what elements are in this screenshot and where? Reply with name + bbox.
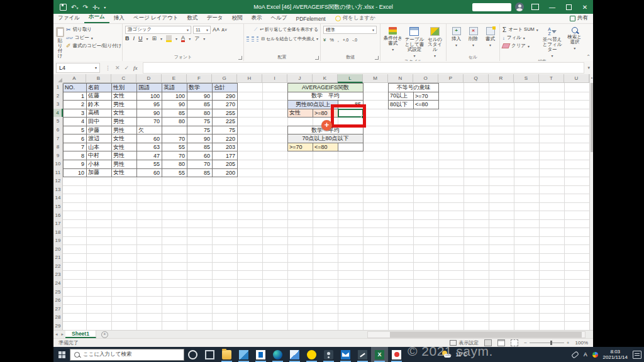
cell-A2[interactable]: 1 bbox=[63, 92, 87, 101]
cell-G5[interactable]: 225 bbox=[212, 117, 238, 126]
enter-icon[interactable]: ✓ bbox=[125, 65, 130, 71]
number-format-select[interactable]: 標準▾ bbox=[323, 26, 377, 34]
row-header-17[interactable]: 17 bbox=[53, 219, 63, 229]
cell-E10[interactable]: 80 bbox=[162, 160, 187, 169]
column-header-O[interactable]: O bbox=[413, 74, 438, 83]
cell-F9[interactable]: 60 bbox=[187, 151, 213, 160]
tab-ホーム[interactable]: ホーム bbox=[84, 12, 109, 23]
cell-B11[interactable]: 加藤 bbox=[86, 168, 112, 178]
cell-B10[interactable]: 小林 bbox=[86, 160, 112, 169]
cell-A3[interactable]: 2 bbox=[63, 100, 87, 109]
format-as-table-button[interactable]: テーブルとして書式設定▾ bbox=[404, 26, 426, 58]
cell-F5[interactable]: 75 bbox=[187, 117, 213, 126]
orientation-icon[interactable]: ⟋ bbox=[254, 26, 257, 33]
page-break-view-icon[interactable] bbox=[511, 339, 518, 346]
wrap-text-button[interactable]: ↩ 折り返して全体を表示する bbox=[260, 26, 318, 33]
row-header-7[interactable]: 7 bbox=[53, 134, 63, 143]
cell-D1[interactable]: 国語 bbox=[136, 83, 162, 92]
cell-D3[interactable]: 95 bbox=[136, 100, 162, 109]
column-header-J[interactable]: J bbox=[287, 74, 313, 83]
paste-button[interactable]: 貼り付け▾ bbox=[56, 26, 64, 65]
tab-ファイル[interactable]: ファイル bbox=[53, 13, 84, 23]
column-header-K[interactable]: K bbox=[313, 74, 338, 83]
cell-G7[interactable]: 220 bbox=[212, 134, 238, 143]
column-header-S[interactable]: S bbox=[514, 74, 539, 83]
comma-format-icon[interactable]: , bbox=[338, 37, 339, 43]
cancel-icon[interactable]: ✕ bbox=[115, 65, 120, 71]
cell-B6[interactable]: 伊藤 bbox=[86, 126, 112, 135]
taskbar-search[interactable]: ここに入力して検索 bbox=[70, 349, 184, 361]
cell-G3[interactable]: 270 bbox=[212, 100, 238, 109]
formula-input[interactable] bbox=[143, 62, 585, 74]
increase-font-icon[interactable]: A˄ bbox=[213, 26, 219, 33]
vertical-scrollbar-up-icon[interactable]: ▴ bbox=[590, 74, 593, 80]
cell-F10[interactable]: 70 bbox=[187, 160, 213, 169]
camera-app-icon[interactable] bbox=[388, 347, 405, 362]
tell-me[interactable]: 何をしますか bbox=[343, 14, 375, 23]
column-header-R[interactable]: R bbox=[489, 74, 514, 83]
cell-B5[interactable]: 田中 bbox=[86, 117, 112, 126]
column-header-T[interactable]: T bbox=[539, 74, 564, 83]
row-header-26[interactable]: 26 bbox=[53, 296, 63, 305]
cell-D4[interactable]: 90 bbox=[136, 109, 162, 118]
share-button[interactable]: 共有 bbox=[570, 14, 588, 23]
ribbon-display-options-icon[interactable] bbox=[531, 4, 539, 10]
cell-B3[interactable]: 鈴木 bbox=[86, 100, 112, 109]
cut-button[interactable]: ✂切り取り bbox=[66, 26, 122, 33]
cell-N3[interactable]: 80以下 bbox=[388, 100, 414, 109]
tab-データ[interactable]: データ bbox=[202, 13, 227, 23]
alignment-dialog-launcher[interactable] bbox=[315, 56, 319, 60]
cell-J7[interactable]: 70点以上80点以下 bbox=[287, 134, 364, 143]
decrease-decimal-icon[interactable]: -.0 bbox=[352, 38, 357, 42]
cell-A8[interactable]: 7 bbox=[63, 143, 87, 152]
cell-K8[interactable]: <=80 bbox=[313, 143, 338, 152]
cell-F8[interactable]: 85 bbox=[187, 143, 213, 152]
cell-F3[interactable]: 85 bbox=[187, 100, 213, 109]
row-header-18[interactable]: 18 bbox=[53, 228, 63, 237]
insert-cells-button[interactable]: 挿入▾ bbox=[449, 26, 464, 54]
column-header-H[interactable]: H bbox=[237, 74, 262, 83]
cell-E11[interactable]: 55 bbox=[162, 168, 187, 178]
cell-F1[interactable]: 数学 bbox=[187, 83, 213, 92]
yellow-app-icon[interactable] bbox=[303, 347, 320, 362]
ime-indicator[interactable]: A bbox=[584, 351, 587, 358]
underline-button[interactable]: U bbox=[138, 35, 143, 41]
cell-O2[interactable]: >=70 bbox=[413, 92, 439, 101]
cortana-icon[interactable] bbox=[184, 347, 201, 362]
fill-button[interactable]: ↓ フィル ▾ bbox=[502, 34, 538, 41]
sort-filter-button[interactable]: AZ 並べ替えとフィルター▾ bbox=[542, 26, 562, 58]
start-button[interactable] bbox=[53, 347, 70, 362]
copy-button[interactable]: ▱▱コピー ▾ bbox=[66, 34, 122, 41]
tab-数式[interactable]: 数式 bbox=[182, 13, 202, 23]
page-layout-view-icon[interactable] bbox=[497, 339, 505, 346]
vertical-scrollbar[interactable]: ▴ bbox=[589, 74, 593, 330]
taskbar-clock[interactable]: 8:03 2021/11/14 bbox=[603, 349, 628, 360]
row-header-29[interactable]: 29 bbox=[53, 321, 63, 330]
row-header-20[interactable]: 20 bbox=[53, 244, 63, 254]
cell-E4[interactable]: 85 bbox=[162, 109, 187, 118]
cell-F2[interactable]: 90 bbox=[187, 92, 213, 101]
cell-B8[interactable]: 山本 bbox=[86, 143, 112, 152]
name-box[interactable]: L4▾ bbox=[56, 63, 100, 73]
cell-B7[interactable]: 渡辺 bbox=[86, 134, 112, 143]
cell-C5[interactable]: 男性 bbox=[111, 117, 137, 126]
cell-E9[interactable]: 70 bbox=[162, 151, 187, 160]
cell-F7[interactable]: 90 bbox=[187, 134, 213, 143]
cell-D11[interactable]: 60 bbox=[136, 168, 162, 178]
cell-J1[interactable]: AVERAGEIFS関数 bbox=[287, 83, 364, 92]
row-header-28[interactable]: 28 bbox=[53, 313, 63, 322]
decrease-font-icon[interactable]: A˅ bbox=[221, 28, 227, 32]
cell-J2[interactable]: 数学 平均 bbox=[287, 92, 364, 101]
column-header-P[interactable]: P bbox=[438, 74, 464, 83]
touch-mode-icon[interactable]: ✛▾ bbox=[92, 4, 99, 11]
link-tray-icon[interactable] bbox=[571, 351, 579, 358]
cell-J8[interactable]: >=70 bbox=[287, 143, 313, 152]
cell-E8[interactable]: 55 bbox=[162, 143, 187, 152]
column-header-I[interactable]: I bbox=[262, 74, 287, 83]
select-all-corner[interactable] bbox=[53, 74, 64, 84]
cell-E5[interactable]: 80 bbox=[162, 117, 187, 126]
cell-A4[interactable]: 3 bbox=[63, 109, 87, 118]
cell-E7[interactable]: 70 bbox=[162, 134, 187, 143]
font-name-select[interactable]: 游ゴシック▾ bbox=[125, 26, 191, 34]
phonetic-guide-icon[interactable]: ア bbox=[194, 35, 199, 42]
